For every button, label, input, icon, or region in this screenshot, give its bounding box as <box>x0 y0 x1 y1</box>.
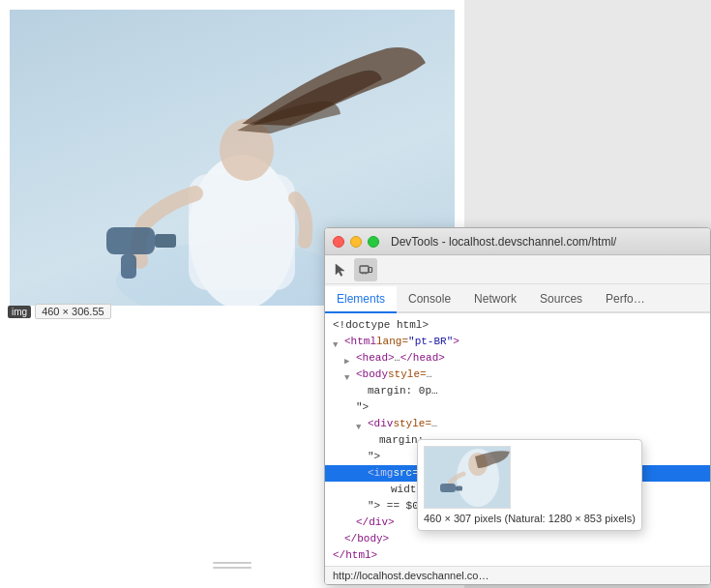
maximize-button[interactable] <box>368 236 379 248</box>
minimize-button[interactable] <box>350 236 362 248</box>
code-line: </html> <box>325 547 710 564</box>
bottom-line-1 <box>213 562 252 564</box>
svg-rect-2 <box>189 174 295 290</box>
code-line: <body style=… <box>325 367 710 383</box>
device-mode-button[interactable] <box>354 258 377 281</box>
expand-triangle[interactable] <box>333 338 342 347</box>
url-tooltip: http://localhost.devschannel.co… <box>325 566 710 584</box>
inspect-element-button[interactable] <box>329 258 352 281</box>
tab-console[interactable]: Console <box>397 286 462 313</box>
tab-performance[interactable]: Perfo… <box>594 286 657 313</box>
svg-rect-15 <box>456 486 462 491</box>
devtools-titlebar: DevTools - localhost.devschannel.com/htm… <box>325 228 710 255</box>
svg-rect-14 <box>440 484 456 492</box>
device-icon <box>358 262 373 278</box>
close-button[interactable] <box>333 236 344 248</box>
svg-rect-4 <box>106 227 155 254</box>
img-dimensions: 460 × 306.55 <box>35 304 111 319</box>
devtools-toolbar <box>325 255 710 284</box>
code-line: <html lang="pt-BR"> <box>325 334 710 350</box>
browser-bottom <box>213 562 252 569</box>
tooltip-dimensions: 460 × 307 pixels (Natural: 1280 × 853 pi… <box>424 513 636 524</box>
devtools-title: DevTools - localhost.devschannel.com/htm… <box>391 235 616 249</box>
tooltip-image-svg <box>425 447 511 509</box>
tooltip-image <box>424 446 511 509</box>
code-line: margin: 0p… <box>325 383 710 399</box>
image-size-badge: img 460 × 306.55 <box>8 304 111 319</box>
tab-network[interactable]: Network <box>462 286 528 313</box>
devtools-content: <!doctype html> <html lang="pt-BR"> <hea… <box>325 313 710 584</box>
expand-triangle[interactable] <box>344 370 354 380</box>
code-line: <div style=… <box>325 416 710 432</box>
tab-sources[interactable]: Sources <box>528 286 594 313</box>
code-line: "> <box>325 399 710 416</box>
svg-rect-6 <box>121 254 136 279</box>
bottom-line-2 <box>213 567 252 569</box>
code-line: </body> <box>325 531 710 547</box>
svg-rect-5 <box>155 234 176 248</box>
devtools-tabs: Elements Console Network Sources Perfo… <box>325 284 710 313</box>
cursor-icon <box>333 262 348 278</box>
expand-triangle[interactable] <box>356 420 366 429</box>
code-line: <head>…</head> <box>325 350 710 367</box>
expand-triangle[interactable] <box>344 354 354 364</box>
img-label: img <box>8 306 31 318</box>
svg-rect-8 <box>369 267 372 272</box>
image-preview-tooltip: 460 × 307 pixels (Natural: 1280 × 853 pi… <box>417 439 642 531</box>
devtools-panel: DevTools - localhost.devschannel.com/htm… <box>324 227 711 585</box>
tab-elements[interactable]: Elements <box>325 286 397 313</box>
svg-rect-7 <box>360 266 369 273</box>
code-line: <!doctype html> <box>325 317 710 334</box>
